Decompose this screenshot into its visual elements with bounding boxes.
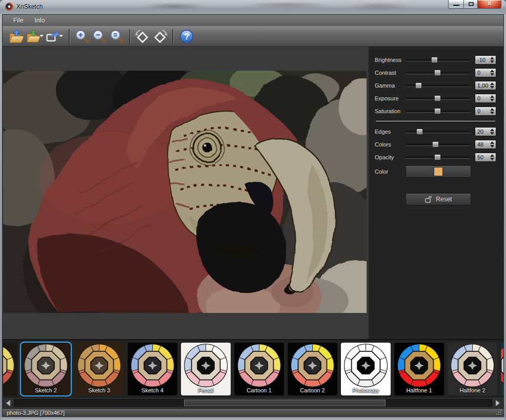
- scrollbar-right-button[interactable]: [493, 398, 502, 407]
- menu-info[interactable]: Info: [30, 16, 49, 25]
- colors-slider[interactable]: [406, 141, 470, 148]
- saturation-spinbox[interactable]: 0: [475, 107, 496, 116]
- spinner-down-icon[interactable]: [490, 60, 494, 63]
- spinner-down-icon[interactable]: [490, 99, 494, 101]
- menu-file[interactable]: File: [9, 16, 28, 25]
- preset-tile-sketch-3[interactable]: Sketch 3: [74, 343, 124, 395]
- spinner-up-icon[interactable]: [490, 108, 494, 111]
- slider-track[interactable]: [406, 131, 470, 133]
- reset-icon: [424, 196, 432, 203]
- spinner-up-icon[interactable]: [490, 141, 494, 144]
- export-dropdown-caret-icon[interactable]: [59, 35, 63, 37]
- edges-spinbox[interactable]: 20: [475, 127, 496, 136]
- help-button[interactable]: ?: [177, 28, 196, 45]
- saturation-slider[interactable]: [406, 108, 470, 115]
- adjust-row-brightness: Brightness-10: [375, 53, 496, 66]
- preset-tile-pencil[interactable]: Pencil: [181, 343, 231, 395]
- preset-tile-partial-left[interactable]: [3, 343, 17, 395]
- opacity-slider[interactable]: [406, 154, 470, 161]
- slider-handle[interactable]: [432, 141, 439, 148]
- spinner-up-icon[interactable]: [490, 129, 494, 131]
- scrollbar-thumb[interactable]: [184, 400, 386, 406]
- folder-open-up-arrow-icon: [9, 29, 24, 44]
- contrast-slider[interactable]: [406, 69, 470, 76]
- question-mark-icon: ?: [179, 29, 194, 44]
- edges-slider[interactable]: [406, 128, 470, 135]
- scroll-left-arrow-icon: [6, 400, 10, 406]
- spinner-up-icon[interactable]: [490, 82, 494, 85]
- preset-tile-haltfone-2[interactable]: Haltfone 2: [448, 343, 497, 395]
- colors-spinbox[interactable]: 48: [475, 140, 496, 149]
- slider-handle[interactable]: [415, 82, 422, 89]
- spinner-down-icon[interactable]: [490, 73, 494, 76]
- opacity-spinbox[interactable]: 50: [475, 153, 496, 162]
- minimize-button[interactable]: [448, 0, 463, 9]
- contrast-spinbox[interactable]: 0: [475, 68, 496, 77]
- brightness-slider[interactable]: [406, 56, 470, 64]
- zoom-in-button[interactable]: [73, 28, 91, 45]
- spinbox-value: 0: [475, 108, 489, 114]
- exposure-slider[interactable]: [406, 95, 470, 102]
- gamma-slider[interactable]: [406, 82, 470, 89]
- spinner-up-icon[interactable]: [490, 95, 494, 98]
- slider-handle[interactable]: [431, 57, 438, 63]
- preset-label: Sketch 4: [128, 387, 177, 393]
- color-picker-button[interactable]: [406, 165, 471, 178]
- slider-track[interactable]: [406, 59, 470, 61]
- reset-button[interactable]: Reset: [406, 193, 471, 205]
- preset-tile[interactable]: [3, 343, 17, 395]
- preset-tile-cartoon-1[interactable]: Cartoon 1: [234, 343, 284, 395]
- exposure-spinbox[interactable]: 0: [475, 94, 496, 103]
- spinner-down-icon[interactable]: [490, 158, 494, 160]
- brightness-spinbox[interactable]: -10: [475, 55, 496, 65]
- zoom-fit-button[interactable]: [108, 28, 126, 45]
- client-area: File Info: [2, 14, 504, 417]
- rotate-right-button[interactable]: [151, 28, 169, 45]
- save-dropdown-caret-icon[interactable]: [39, 35, 44, 37]
- spinner-up-icon[interactable]: [490, 57, 494, 59]
- spinner-down-icon[interactable]: [490, 132, 494, 135]
- magnifier-minus-icon: [92, 29, 107, 44]
- slider-handle[interactable]: [434, 108, 441, 114]
- slider-handle[interactable]: [434, 70, 441, 76]
- preset-tile-sketch-4[interactable]: Sketch 4: [128, 343, 177, 395]
- preset-label: Sketch 3: [74, 387, 124, 393]
- close-button[interactable]: ✕: [478, 0, 501, 9]
- preset-label: Pencil: [181, 387, 231, 393]
- magnifier-plus-icon: [74, 29, 90, 44]
- preset-label: Cartoon 2: [288, 387, 337, 393]
- gamma-spinbox[interactable]: 1,00: [475, 81, 496, 90]
- preset-tile-partial-right[interactable]: [501, 343, 503, 395]
- preset-wheel-image: [22, 343, 70, 391]
- scrollbar-track[interactable]: [14, 399, 492, 407]
- slider-handle[interactable]: [416, 129, 423, 135]
- gamma-label: Gamma: [375, 82, 406, 89]
- spinner-down-icon[interactable]: [490, 145, 494, 148]
- adjust-row-exposure: Exposure0: [375, 92, 496, 104]
- spinner-down-icon[interactable]: [490, 112, 494, 114]
- menu-bar: File Info: [3, 15, 503, 26]
- spinner-down-icon[interactable]: [490, 86, 494, 89]
- preset-tile-photocopy[interactable]: Photocopy: [341, 343, 391, 395]
- export-button[interactable]: [46, 28, 65, 45]
- spinbox-value: 20: [475, 129, 489, 135]
- preset-tile-sketch-2[interactable]: Sketch 2: [21, 343, 71, 395]
- save-button[interactable]: [26, 28, 46, 45]
- spinner-up-icon[interactable]: [490, 70, 494, 72]
- toolbar-separator: [172, 29, 173, 44]
- zoom-out-button[interactable]: [91, 28, 108, 45]
- open-button[interactable]: [7, 28, 26, 45]
- resize-grip[interactable]: [496, 410, 501, 415]
- adjust-row-saturation: Saturation0: [375, 104, 496, 117]
- preset-tile[interactable]: [501, 343, 503, 395]
- preset-tile-haltfone-1[interactable]: Haltfone 1: [394, 343, 444, 395]
- opacity-label: Opacity: [375, 154, 406, 160]
- spinner-up-icon[interactable]: [490, 154, 494, 157]
- maximize-button[interactable]: [463, 0, 478, 9]
- rotate-left-button[interactable]: [134, 28, 151, 45]
- preset-tile-cartoon-2[interactable]: Cartoon 2: [288, 343, 337, 395]
- slider-handle[interactable]: [434, 95, 441, 101]
- scrollbar-left-button[interactable]: [4, 398, 13, 407]
- slider-handle[interactable]: [434, 154, 441, 160]
- spinbox-value: 48: [475, 141, 489, 148]
